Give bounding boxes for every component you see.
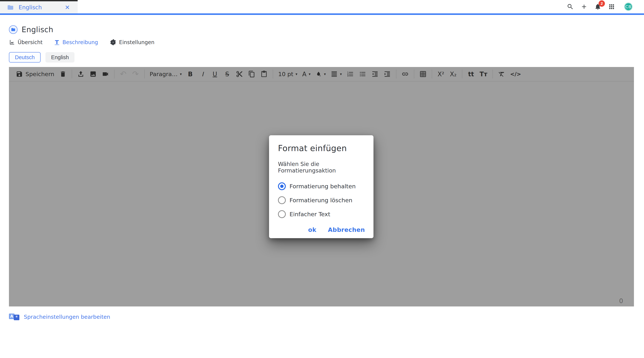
page-header: Englisch bbox=[9, 25, 634, 34]
uppercase-icon: Tᴛ bbox=[480, 71, 488, 77]
clear-format-button[interactable] bbox=[498, 69, 505, 79]
radio-button-unchecked[interactable] bbox=[278, 210, 286, 218]
subscript-button[interactable]: X₂ bbox=[450, 69, 457, 79]
lowercase-button[interactable]: tt bbox=[467, 69, 475, 79]
underline-button[interactable]: U bbox=[211, 69, 218, 79]
radio-button-unchecked[interactable] bbox=[278, 196, 286, 204]
paragraph-format-dropdown[interactable]: Paragra… ▾ bbox=[150, 69, 182, 79]
code-view-button[interactable]: </> bbox=[510, 69, 521, 79]
undo-button[interactable]: ↶ bbox=[120, 69, 127, 79]
toolbar-separator bbox=[462, 70, 462, 78]
tab-label: Übersicht bbox=[18, 39, 43, 45]
tab-close-icon[interactable]: ✕ bbox=[64, 4, 70, 11]
apps-grid-button[interactable] bbox=[608, 2, 616, 11]
insert-video-button[interactable] bbox=[102, 69, 109, 79]
ok-button[interactable]: ok bbox=[308, 226, 316, 233]
table-icon bbox=[420, 70, 426, 78]
cut-button[interactable] bbox=[236, 69, 243, 79]
save-icon bbox=[16, 70, 23, 78]
redo-icon: ↷ bbox=[132, 70, 139, 78]
tab-einstellungen[interactable]: Einstellungen bbox=[110, 39, 154, 45]
superscript-button[interactable]: X² bbox=[437, 69, 444, 79]
image-icon bbox=[90, 70, 97, 78]
uppercase-button[interactable]: Tᴛ bbox=[480, 69, 488, 79]
indent-button[interactable] bbox=[384, 69, 391, 79]
bullet-list-icon bbox=[359, 70, 366, 78]
fill-color-dropdown[interactable]: ▾ bbox=[316, 69, 326, 79]
cancel-button[interactable]: Abbrechen bbox=[328, 226, 365, 233]
language-settings-link[interactable]: A * Spracheinstellungen bearbeiten bbox=[9, 313, 110, 321]
radio-option-clear-formatting[interactable]: Formatierung löschen bbox=[278, 196, 364, 204]
font-color-icon: A bbox=[302, 71, 306, 77]
insert-image-button[interactable] bbox=[89, 69, 97, 79]
dialog-actions: ok Abbrechen bbox=[308, 226, 365, 233]
bullet-list-button[interactable] bbox=[359, 69, 366, 79]
link-icon bbox=[402, 70, 409, 78]
trash-icon bbox=[60, 70, 66, 78]
delete-button[interactable] bbox=[59, 69, 67, 79]
font-size-value: 10 pt bbox=[278, 71, 293, 77]
font-size-dropdown[interactable]: 10 pt ▾ bbox=[278, 69, 297, 79]
translate-icon: A * bbox=[9, 313, 20, 321]
chevron-down-icon: ▾ bbox=[340, 72, 342, 76]
upload-button[interactable] bbox=[77, 69, 84, 79]
tab-uebersicht[interactable]: Übersicht bbox=[9, 39, 43, 45]
ink-drop-icon bbox=[316, 71, 322, 77]
align-justify-icon bbox=[331, 70, 338, 78]
search-button[interactable] bbox=[566, 2, 574, 11]
bold-icon: B bbox=[188, 71, 193, 77]
plus-icon bbox=[580, 3, 588, 10]
paste-button[interactable] bbox=[260, 69, 268, 79]
folder-icon bbox=[7, 4, 14, 11]
copy-button[interactable] bbox=[248, 69, 256, 79]
strikethrough-button[interactable]: S bbox=[224, 69, 231, 79]
language-switch: Deutsch English bbox=[9, 52, 634, 62]
folder-icon bbox=[11, 27, 16, 32]
radio-button-checked[interactable] bbox=[278, 182, 286, 190]
radio-option-plain-text[interactable]: Einfacher Text bbox=[278, 210, 364, 218]
topbar-accent-line bbox=[0, 13, 644, 15]
toolbar-separator bbox=[432, 70, 432, 78]
format-paste-dialog: Format einfügen Wählen Sie die Formatier… bbox=[269, 135, 374, 238]
gears-icon bbox=[110, 39, 116, 45]
toolbar-separator bbox=[144, 70, 145, 78]
page-folder-badge bbox=[9, 25, 18, 34]
indent-decrease-icon bbox=[372, 70, 378, 78]
user-avatar[interactable]: CB bbox=[624, 2, 632, 11]
underline-icon: U bbox=[212, 71, 217, 77]
add-button[interactable] bbox=[580, 2, 588, 11]
chevron-down-icon: ▾ bbox=[324, 72, 326, 76]
align-dropdown[interactable]: ▾ bbox=[331, 69, 342, 79]
ordered-list-button[interactable] bbox=[347, 69, 354, 79]
outdent-button[interactable] bbox=[371, 69, 379, 79]
toolbar-separator bbox=[114, 70, 114, 78]
radio-option-keep-formatting[interactable]: Formatierung behalten bbox=[278, 182, 364, 190]
tab-label: Einstellungen bbox=[119, 39, 154, 45]
scissors-icon bbox=[236, 70, 243, 78]
bold-button[interactable]: B bbox=[186, 69, 194, 79]
font-color-dropdown[interactable]: A ▾ bbox=[302, 69, 310, 79]
save-button[interactable]: Speichern bbox=[16, 69, 54, 79]
indent-increase-icon bbox=[384, 70, 391, 78]
redo-button[interactable]: ↷ bbox=[132, 69, 139, 79]
language-button-english[interactable]: English bbox=[46, 52, 74, 62]
strikethrough-icon: S bbox=[225, 71, 229, 77]
notification-badge: 2 bbox=[598, 0, 605, 7]
undo-icon: ↶ bbox=[120, 70, 126, 78]
insert-link-button[interactable] bbox=[402, 69, 409, 79]
toolbar-separator bbox=[396, 70, 396, 78]
toolbar-separator bbox=[273, 70, 273, 78]
notifications-button[interactable]: 2 bbox=[594, 2, 602, 11]
open-tab-englisch[interactable]: Englisch ✕ bbox=[0, 0, 78, 13]
italic-button[interactable]: I bbox=[199, 69, 206, 79]
page-title: Englisch bbox=[22, 25, 53, 34]
upload-icon bbox=[77, 70, 84, 78]
radio-label: Formatierung behalten bbox=[290, 183, 356, 190]
search-icon bbox=[567, 3, 574, 10]
language-button-deutsch[interactable]: Deutsch bbox=[9, 52, 40, 62]
insert-table-button[interactable] bbox=[419, 69, 427, 79]
tab-label: Englisch bbox=[18, 4, 42, 10]
tab-beschreibung[interactable]: T Beschreibung bbox=[54, 39, 98, 45]
copy-icon bbox=[248, 70, 255, 78]
paragraph-format-value: Paragra… bbox=[150, 71, 178, 77]
